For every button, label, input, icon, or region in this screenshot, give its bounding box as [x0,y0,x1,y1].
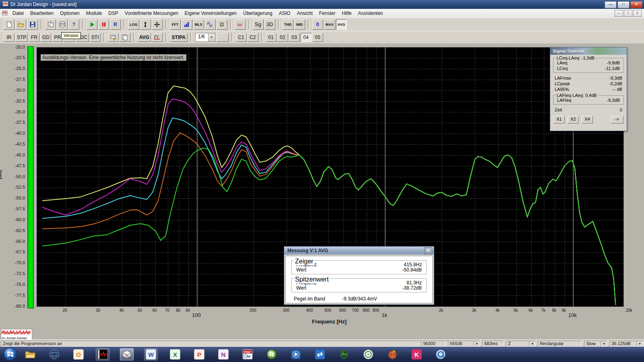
taskbar-word[interactable]: W [144,348,158,360]
imd-button[interactable]: IMD [294,19,305,30]
open-file-button[interactable] [15,19,26,30]
stipa-button[interactable]: STIPA [170,33,188,42]
taskbar-powerpoint[interactable]: P [192,348,206,360]
copy-window-button[interactable] [120,33,130,42]
preset-01-button[interactable]: 01 [266,33,277,42]
fft-size-select[interactable]: 65536▼ [448,341,480,347]
close-button[interactable]: × [630,1,642,8]
menu-dsp[interactable]: DSP [105,9,122,17]
preset-03-button[interactable]: 03 [289,33,300,42]
taskbar-measurement-app[interactable] [96,348,109,360]
mdi-close-button[interactable]: × [633,10,642,17]
menu-optionen[interactable]: Optionen [57,9,83,17]
chevron-down-icon[interactable]: ▼ [529,341,534,346]
menu-ansicht[interactable]: Ansicht [293,9,316,17]
pause-button[interactable] [98,19,109,30]
bandwidth-select[interactable]: 1/6▼ [195,33,215,42]
mls-button[interactable]: MLS [193,19,204,30]
taskbar-excel[interactable]: X [168,348,182,360]
menu-asio[interactable]: ASIO [276,9,294,17]
zoom-x4-button[interactable]: X4 [582,116,593,123]
mdi-minimize-button[interactable]: — [615,10,623,17]
impedance-button[interactable]: Ω [217,19,227,30]
time-constant-select[interactable]: Slow▼ [584,341,607,347]
avg-button[interactable]: AVG [336,19,347,30]
polar-plot-button[interactable] [235,19,246,30]
taskbar-media-player[interactable] [289,348,303,360]
fr-button[interactable]: FR [29,33,39,42]
menu-module[interactable]: Module [83,9,105,17]
preset-02-button[interactable]: 02 [277,33,288,42]
menu-vordefinierte-messungen[interactable]: Vordefinierte Messungen [122,9,182,17]
messung-close-button[interactable]: ✕ [424,247,432,254]
taskbar-outlook[interactable]: O [72,348,85,360]
spectrum-bars-button[interactable] [182,19,192,30]
messung-dialog-titlebar[interactable]: Messung V:1 AVG ✕ [284,247,434,255]
menu-datei[interactable]: Datei [9,9,27,17]
sti-button[interactable]: STI [90,33,101,42]
3d-view-button[interactable]: 3D [264,19,275,30]
mdi-restore-button[interactable]: □ [624,10,632,17]
zero-button[interactable]: 0 [312,19,323,30]
plot-output-button[interactable] [108,33,119,42]
channel-1-button[interactable]: C1 [236,33,247,42]
fft-button[interactable]: FFT [170,19,181,30]
preset-05-button[interactable]: 05 [312,33,323,42]
taskbar-browser[interactable] [47,348,61,360]
ir-button[interactable]: IR [4,33,14,42]
taskbar-cd-burner[interactable] [361,348,375,360]
zoom-x2-button[interactable]: X2 [568,116,579,123]
chevron-down-icon[interactable]: ▼ [636,341,641,346]
taskbar-media-center[interactable] [265,348,279,360]
zoom-x1-button[interactable]: X1 [553,116,565,123]
stats-next-button[interactable]: -> [611,116,623,123]
log-scale-button[interactable]: LOG [128,19,139,30]
menu-hilfe[interactable]: Hilfe [339,9,355,17]
menu-assistenten[interactable]: Assistenten [355,9,386,17]
thd-button[interactable]: THD [283,19,293,30]
taskbar-quicktime[interactable] [434,348,448,360]
mdi-child-icon[interactable] [2,10,8,17]
chevron-down-icon[interactable]: ▼ [473,341,478,346]
maximize-button[interactable]: □ [617,1,630,8]
copy-button[interactable] [45,19,56,30]
taskbar-explorer[interactable] [23,348,37,360]
channel-2-button[interactable]: C2 [248,33,258,42]
signal-statistik-title[interactable]: Signal Statistik [550,47,627,55]
menu-eigene-voreinstellungen[interactable]: Eigene Voreinstellungen [182,9,240,17]
help-button[interactable]: ? [68,19,79,30]
taskbar-voip-app[interactable]: OVPN [337,348,351,360]
blank-button[interactable] [217,33,229,42]
menu--berlagerung[interactable]: Überlagerung [240,9,276,17]
start-button[interactable] [3,347,18,362]
taskbar-keepass[interactable]: K [410,348,423,360]
stp-button[interactable]: STP [15,33,28,42]
record-button[interactable]: R [110,19,121,30]
chevron-down-icon[interactable]: ▼ [601,341,605,346]
taskbar-firewall[interactable] [386,348,399,360]
menu-bearbeiten[interactable]: Bearbeiten [27,9,57,17]
menu-fenster[interactable]: Fenster [316,9,339,17]
play-button[interactable] [87,19,97,30]
print-button[interactable] [57,19,68,30]
taskbar-winmls-app[interactable] [120,348,134,360]
signal-generator-button[interactable]: Sg [253,19,264,30]
new-file-button[interactable] [4,19,14,30]
pan-button[interactable] [152,19,163,30]
chevron-down-icon[interactable]: ▼ [208,33,215,41]
vertical-zoom-button[interactable] [140,19,151,30]
taskbar-pdf-converter[interactable]: PDFW [241,348,254,360]
weighting-select[interactable]: Z▼ [506,341,536,347]
save-file-button[interactable] [27,19,38,30]
preset-04-button[interactable]: 04 [301,33,312,42]
range-select[interactable]: 36-125dB▼ [609,341,643,347]
gd-button[interactable]: GD [40,33,51,42]
taskbar-sync-tool[interactable] [313,348,327,360]
avg-mode-button[interactable]: AVG [138,33,151,42]
range-select-text: 36-125dB [611,341,634,346]
taskbar-onenote[interactable]: N [217,348,230,360]
waveform-button[interactable] [205,19,216,30]
gate-button[interactable] [152,33,163,42]
max-hold-button[interactable]: MAX [324,19,335,30]
minimize-button[interactable]: — [605,1,617,8]
